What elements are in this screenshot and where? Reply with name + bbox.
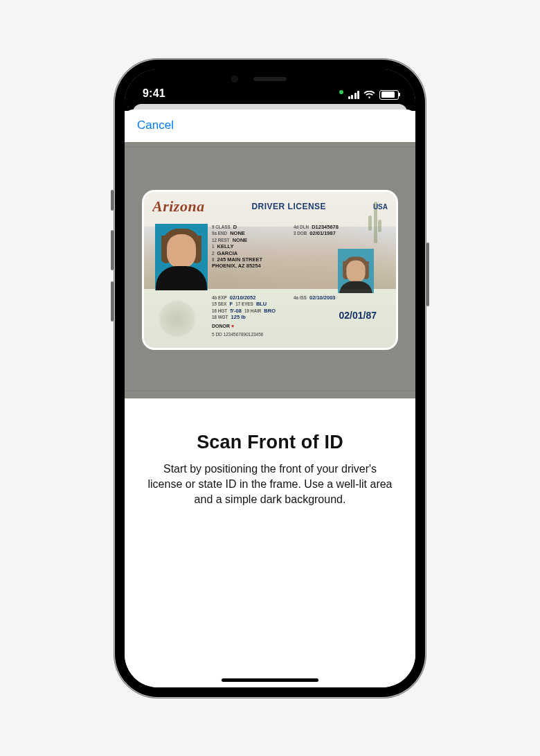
- phone-bezel: 9:41 Cancel: [115, 60, 425, 697]
- modal-sheet: Cancel Arizona DRIVER LIC: [125, 109, 415, 687]
- home-indicator[interactable]: [222, 678, 318, 682]
- front-camera: [231, 76, 238, 82]
- license-data-bottom: 4b EXP 02/10/2052 15 SEX F 17 EYES BLU 1…: [212, 295, 276, 321]
- instruction-body: Start by positioning the front of your d…: [145, 461, 395, 507]
- id-capture-frame: Arizona DRIVER LICENSE USA: [142, 190, 398, 350]
- instruction-title: Scan Front of ID: [145, 432, 395, 453]
- license-data-col2: 4d DLN D12345678 3 DOB 02/01/1987: [294, 224, 339, 237]
- license-photo-primary: [155, 224, 208, 290]
- power-button: [426, 243, 429, 306]
- cancel-button[interactable]: Cancel: [137, 118, 174, 132]
- nav-bar: Cancel: [125, 109, 415, 142]
- sample-driver-license: Arizona DRIVER LICENSE USA: [144, 192, 396, 348]
- status-time: 9:41: [143, 87, 165, 100]
- license-country: USA: [373, 203, 388, 211]
- license-issue-date: 4a ISS 02/10/2003: [294, 295, 336, 301]
- license-dob-large: 02/01/87: [339, 310, 377, 321]
- license-donor: DONOR ♥: [212, 324, 234, 328]
- cellular-signal-icon: [348, 91, 360, 99]
- battery-icon: [379, 90, 399, 100]
- license-data-col1: 9 CLASS D 9a END NONE 12 REST NONE 1 KEL…: [212, 224, 262, 270]
- notch: [209, 69, 331, 89]
- volume-up-button: [111, 230, 114, 270]
- status-right-group: [339, 90, 399, 100]
- license-state: Arizona: [152, 197, 205, 216]
- phone-device-frame: 9:41 Cancel: [114, 58, 426, 698]
- state-seal-icon: [158, 299, 197, 338]
- license-discriminator: 5 DD 1234567890123456: [212, 332, 263, 337]
- camera-viewfinder[interactable]: Arizona DRIVER LICENSE USA: [125, 142, 415, 398]
- stage: 9:41 Cancel: [0, 0, 540, 756]
- camera-active-indicator-icon: [339, 90, 343, 94]
- heart-icon: ♥: [231, 324, 234, 328]
- instruction-section: Scan Front of ID Start by positioning th…: [125, 398, 415, 507]
- silence-switch: [111, 190, 114, 211]
- volume-down-button: [111, 281, 114, 322]
- earpiece-speaker: [253, 77, 287, 81]
- license-header: Arizona DRIVER LICENSE USA: [152, 197, 388, 216]
- wifi-icon: [363, 91, 375, 99]
- license-doc-type: DRIVER LICENSE: [251, 202, 326, 211]
- license-photo-ghost: [338, 249, 374, 293]
- screen: 9:41 Cancel: [125, 69, 415, 687]
